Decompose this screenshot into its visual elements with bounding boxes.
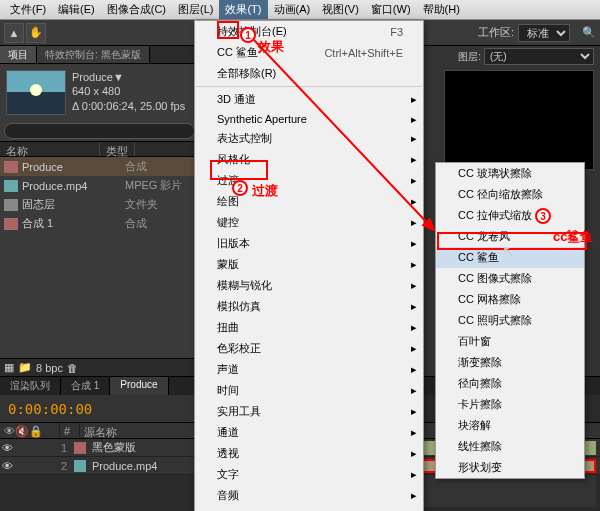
mi-cc-light-wipe[interactable]: CC 照明式擦除: [436, 310, 584, 331]
menu-edit[interactable]: 编辑(E): [52, 0, 101, 19]
annotation-badge-3: 3: [535, 208, 551, 224]
mi-text[interactable]: 文字▸: [195, 464, 423, 485]
mi-stylize[interactable]: 风格化▸: [195, 149, 423, 170]
project-tree: Produce合成 Produce.mp4MPEG 影片 固态层文件夹 合成 1…: [0, 157, 199, 358]
visibility-toggle-icon[interactable]: 👁: [0, 442, 14, 454]
mi-cc-twister[interactable]: CC 龙卷风: [436, 226, 584, 247]
tab-project[interactable]: 项目: [0, 46, 37, 63]
mi-time[interactable]: 时间▸: [195, 380, 423, 401]
menu-animation[interactable]: 动画(A): [268, 0, 317, 19]
mi-last-effect[interactable]: CC 鲨鱼Ctrl+Alt+Shift+E: [195, 42, 423, 63]
project-search-input[interactable]: [4, 123, 195, 139]
mi-blur-sharpen[interactable]: 模糊与锐化▸: [195, 275, 423, 296]
mi-transition[interactable]: 过渡▸: [195, 170, 423, 191]
mi-audio[interactable]: 音频▸: [195, 485, 423, 506]
project-panel: 项目 特效控制台: 黑色蒙版 Produce▼ 640 x 480 Δ 0:00…: [0, 46, 200, 376]
composition-thumbnail[interactable]: [6, 70, 66, 115]
mi-linear-wipe[interactable]: 线性擦除: [436, 436, 584, 457]
layer-dropdown[interactable]: (无): [484, 48, 594, 65]
mi-cc-image-wipe[interactable]: CC 图像式擦除: [436, 268, 584, 289]
mi-gradient-wipe[interactable]: 渐变擦除: [436, 352, 584, 373]
folder-icon: [4, 199, 18, 211]
mi-perspective[interactable]: 透视▸: [195, 443, 423, 464]
mi-effect-controls[interactable]: 特效控制台(E)F3: [195, 21, 423, 42]
layer-label: 图层:: [458, 51, 481, 62]
search-icon[interactable]: 🔍: [582, 26, 596, 39]
mi-radial-wipe[interactable]: 径向擦除: [436, 373, 584, 394]
mi-audio-channel[interactable]: 声道▸: [195, 359, 423, 380]
mi-keying[interactable]: 键控▸: [195, 212, 423, 233]
mi-distort[interactable]: 扭曲▸: [195, 317, 423, 338]
col-type[interactable]: 类型: [100, 142, 135, 156]
hand-tool-icon[interactable]: ✋: [26, 23, 46, 43]
current-timecode[interactable]: 0:00:00:00: [0, 401, 100, 417]
video-icon: [4, 180, 18, 192]
mi-expression-controls[interactable]: 表达式控制▸: [195, 128, 423, 149]
project-item[interactable]: Produce.mp4MPEG 影片: [0, 176, 199, 195]
tab-comp1[interactable]: 合成 1: [61, 377, 110, 395]
annotation-badge-1: 1: [240, 27, 256, 43]
preview-viewport[interactable]: [444, 70, 594, 170]
comp-resolution: 640 x 480: [72, 84, 185, 98]
project-item[interactable]: Produce合成: [0, 157, 199, 176]
menu-help[interactable]: 帮助(H): [417, 0, 466, 19]
menu-layer[interactable]: 图层(L): [172, 0, 219, 19]
mi-cc-glass-wipe[interactable]: CC 玻璃状擦除: [436, 163, 584, 184]
trash-icon[interactable]: 🗑: [67, 362, 78, 374]
visibility-toggle-icon[interactable]: 👁: [0, 460, 14, 472]
layer-color-swatch[interactable]: [74, 460, 86, 472]
menu-effect[interactable]: 效果(T): [219, 0, 267, 19]
new-folder-icon[interactable]: 📁: [18, 361, 32, 374]
project-item[interactable]: 合成 1合成: [0, 214, 199, 233]
mi-noise-grain[interactable]: 噪波与颗粒▸: [195, 506, 423, 511]
menu-bar: 文件(F) 编辑(E) 图像合成(C) 图层(L) 效果(T) 动画(A) 视图…: [0, 0, 600, 20]
tab-effect-controls[interactable]: 特效控制台: 黑色蒙版: [37, 46, 150, 63]
mi-synthetic-aperture[interactable]: Synthetic Aperture▸: [195, 110, 423, 128]
menu-separator: [196, 86, 422, 87]
mi-block-dissolve[interactable]: 块溶解: [436, 415, 584, 436]
menu-file[interactable]: 文件(F): [4, 0, 52, 19]
mi-blinds[interactable]: 百叶窗: [436, 331, 584, 352]
effect-menu: 特效控制台(E)F3 CC 鲨鱼Ctrl+Alt+Shift+E 全部移除(R)…: [194, 20, 424, 511]
col-source-name[interactable]: 源名称: [80, 423, 210, 438]
new-comp-icon[interactable]: ▦: [4, 361, 14, 374]
mi-simulation[interactable]: 模拟仿真▸: [195, 296, 423, 317]
transition-submenu: CC 玻璃状擦除 CC 径向缩放擦除 CC 拉伸式缩放 CC 龙卷风 CC 鲨鱼…: [435, 162, 585, 479]
tab-produce[interactable]: Produce: [110, 377, 168, 395]
mi-utility[interactable]: 实用工具▸: [195, 401, 423, 422]
selection-tool-icon[interactable]: ▲: [4, 23, 24, 43]
mi-color-correction[interactable]: 色彩校正▸: [195, 338, 423, 359]
menu-window[interactable]: 窗口(W): [365, 0, 417, 19]
comp-name: Produce▼: [72, 70, 185, 84]
mi-cc-radial-scale-wipe[interactable]: CC 径向缩放擦除: [436, 184, 584, 205]
thumbnail-info: Produce▼ 640 x 480 Δ 0:00:06:24, 25.00 f…: [72, 70, 185, 115]
project-item[interactable]: 固态层文件夹: [0, 195, 199, 214]
menu-composition[interactable]: 图像合成(C): [101, 0, 172, 19]
menu-view[interactable]: 视图(V): [316, 0, 365, 19]
comp-duration: Δ 0:00:06:24, 25.00 fps: [72, 99, 185, 113]
mi-obsolete[interactable]: 旧版本▸: [195, 233, 423, 254]
project-footer: ▦ 📁 8 bpc 🗑: [0, 358, 199, 376]
mi-paint[interactable]: 绘图▸: [195, 191, 423, 212]
composition-icon: [4, 218, 18, 230]
layer-color-swatch[interactable]: [74, 442, 86, 454]
mi-card-wipe[interactable]: 卡片擦除: [436, 394, 584, 415]
mi-matte[interactable]: 蒙版▸: [195, 254, 423, 275]
mi-remove-all[interactable]: 全部移除(R): [195, 63, 423, 84]
bit-depth[interactable]: 8 bpc: [36, 362, 63, 374]
mi-cc-grid-wipe[interactable]: CC 网格擦除: [436, 289, 584, 310]
composition-icon: [4, 161, 18, 173]
workspace-selector: 工作区: 标准 🔍: [478, 24, 596, 42]
layer-name: 黑色蒙版: [88, 440, 136, 455]
tab-render-queue[interactable]: 渲染队列: [0, 377, 61, 395]
annotation-badge-2: 2: [232, 180, 248, 196]
workspace-label: 工作区:: [478, 25, 514, 40]
mi-channel[interactable]: 通道▸: [195, 422, 423, 443]
layer-name: Produce.mp4: [88, 460, 157, 472]
mi-3d-channel[interactable]: 3D 通道▸: [195, 89, 423, 110]
mi-cc-scale-wipe[interactable]: CC 拉伸式缩放: [436, 205, 584, 226]
mi-cc-jaws[interactable]: CC 鲨鱼: [436, 247, 584, 268]
mi-shape-wipe[interactable]: 形状划变: [436, 457, 584, 478]
workspace-dropdown[interactable]: 标准: [518, 24, 570, 42]
col-name[interactable]: 名称: [0, 142, 100, 156]
